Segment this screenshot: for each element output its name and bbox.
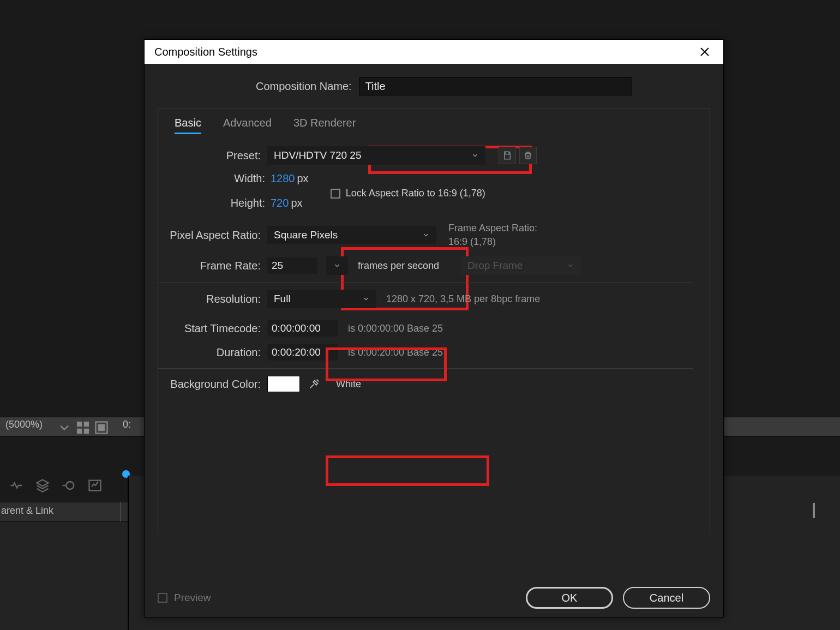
dialog-footer: Preview OK Cancel xyxy=(145,579,723,617)
start-timecode-label: Start Timecode: xyxy=(158,322,267,335)
close-icon xyxy=(700,47,710,57)
chevron-down-icon xyxy=(333,262,341,269)
duration-input[interactable] xyxy=(267,344,338,361)
background-color-label: Background Color: xyxy=(158,378,267,391)
pixel-aspect-label: Pixel Aspect Ratio: xyxy=(158,229,267,242)
preview-label: Preview xyxy=(174,592,211,604)
frame-aspect-label: Frame Aspect Ratio: xyxy=(448,221,537,235)
start-timecode-row: Start Timecode: is 0:00:00:00 Base 25 xyxy=(158,320,693,337)
width-unit: px xyxy=(297,172,309,185)
preview-toggle: Preview xyxy=(158,592,211,604)
drop-frame-label: Drop Frame xyxy=(467,260,523,272)
bg-column-label: arent & Link xyxy=(1,505,53,517)
lock-aspect-checkbox[interactable] xyxy=(331,189,340,199)
motion-blur-icon[interactable] xyxy=(61,478,76,493)
layers-icon[interactable] xyxy=(35,478,50,493)
drop-frame-select: Drop Frame xyxy=(461,256,581,275)
bg-time-tick xyxy=(813,503,815,518)
cancel-button[interactable]: Cancel xyxy=(623,587,710,609)
eyedropper-button[interactable] xyxy=(305,375,323,393)
resolution-value: Full xyxy=(274,293,291,305)
close-button[interactable] xyxy=(694,41,716,63)
composition-name-row: Composition Name: xyxy=(256,77,710,95)
dialog-tabs-panel: Basic Advanced 3D Renderer Preset: HDV/H… xyxy=(158,109,710,534)
chevron-down-icon xyxy=(471,152,479,159)
frame-rate-input[interactable] xyxy=(267,257,317,274)
resolution-hint: 1280 x 720, 3,5 MB per 8bpc frame xyxy=(386,293,540,305)
mask-icon[interactable] xyxy=(94,420,109,435)
dialog-tabs: Basic Advanced 3D Renderer xyxy=(158,109,710,134)
svg-rect-2 xyxy=(77,429,82,433)
frame-rate-label: Frame Rate: xyxy=(158,260,267,272)
width-label: Width: xyxy=(219,172,265,185)
ok-button[interactable]: OK xyxy=(526,587,613,609)
pixel-aspect-row: Pixel Aspect Ratio: Square Pixels Frame … xyxy=(158,221,693,249)
bg-timecode: 0: xyxy=(123,419,131,430)
composition-name-label: Composition Name: xyxy=(256,80,352,93)
preset-row: Preset: HDV/HDTV 720 25 xyxy=(158,146,693,165)
dimensions-row: Width: 1280 px Height: 720 px Lock Aspec… xyxy=(158,172,693,209)
bg-icon-band xyxy=(57,420,109,435)
tab-advanced[interactable]: Advanced xyxy=(223,117,272,134)
fps-unit-label: frames per second xyxy=(358,260,439,272)
dialog-titlebar: Composition Settings xyxy=(145,40,723,64)
chevron-down-icon xyxy=(567,262,574,269)
chevron-down-icon[interactable] xyxy=(57,420,72,435)
pixel-aspect-select[interactable]: Square Pixels xyxy=(267,226,436,244)
preset-value: HDV/HDTV 720 25 xyxy=(274,149,362,161)
duration-label: Duration: xyxy=(158,346,267,359)
frame-aspect-value: 16:9 (1,78) xyxy=(448,235,537,249)
lock-aspect-label: Lock Aspect Ratio to 16:9 (1,78) xyxy=(346,188,485,199)
section-divider-2 xyxy=(158,368,693,369)
eyedropper-icon xyxy=(308,378,320,390)
start-timecode-hint: is 0:00:00:00 Base 25 xyxy=(348,323,443,334)
save-icon xyxy=(502,151,512,160)
bg-zoom-text: (5000%) xyxy=(5,419,43,430)
pixel-aspect-value: Square Pixels xyxy=(274,229,338,241)
chevron-down-icon xyxy=(362,295,370,303)
frame-rate-row: Frame Rate: frames per second Drop Frame xyxy=(158,256,693,275)
tab-3d-renderer[interactable]: 3D Renderer xyxy=(293,117,356,134)
bg-col-divider xyxy=(120,502,121,521)
shy-icon[interactable] xyxy=(9,478,24,493)
delete-preset-button[interactable] xyxy=(519,147,537,164)
background-color-name: White xyxy=(336,379,361,390)
frame-aspect-info: Frame Aspect Ratio: 16:9 (1,78) xyxy=(448,221,537,249)
lock-aspect-area: Lock Aspect Ratio to 16:9 (1,78) xyxy=(331,188,485,199)
svg-rect-0 xyxy=(77,422,82,427)
height-label: Height: xyxy=(219,197,265,209)
resolution-label: Resolution: xyxy=(158,293,267,305)
basic-tab-content: Preset: HDV/HDTV 720 25 xyxy=(158,134,710,393)
grid-icon[interactable] xyxy=(75,420,91,435)
section-divider xyxy=(158,283,693,283)
dimensions-stack: Width: 1280 px Height: 720 px xyxy=(219,172,309,209)
duration-hint: is 0:00:20:00 Base 25 xyxy=(348,347,443,358)
width-value[interactable]: 1280 xyxy=(271,172,295,185)
save-preset-button[interactable] xyxy=(499,147,516,164)
tab-basic[interactable]: Basic xyxy=(175,117,201,134)
svg-point-6 xyxy=(66,482,74,489)
graph-icon[interactable] xyxy=(87,478,103,493)
background-color-row: Background Color: White xyxy=(158,375,693,393)
height-line: Height: 720 px xyxy=(219,197,309,209)
start-timecode-input[interactable] xyxy=(267,320,338,337)
trash-icon xyxy=(523,151,533,160)
background-color-swatch[interactable] xyxy=(267,376,300,392)
composition-name-input[interactable] xyxy=(359,77,632,95)
width-line: Width: 1280 px xyxy=(219,172,309,185)
composition-settings-dialog: Composition Settings Composition Name: B… xyxy=(144,39,724,617)
svg-rect-5 xyxy=(98,424,105,431)
preset-label: Preset: xyxy=(158,149,267,162)
resolution-select[interactable]: Full xyxy=(267,290,376,308)
chevron-down-icon xyxy=(422,231,430,239)
preset-select[interactable]: HDV/HDTV 720 25 xyxy=(267,146,485,165)
preview-checkbox xyxy=(158,593,167,603)
dialog-title: Composition Settings xyxy=(154,46,257,58)
height-value[interactable]: 720 xyxy=(271,197,289,209)
svg-rect-1 xyxy=(84,422,88,427)
resolution-row: Resolution: Full 1280 x 720, 3,5 MB per … xyxy=(158,290,693,308)
duration-row: Duration: is 0:00:20:00 Base 25 xyxy=(158,344,693,361)
frame-rate-dropdown[interactable] xyxy=(326,256,348,275)
svg-rect-3 xyxy=(84,429,88,433)
dialog-body: Composition Name: Basic Advanced 3D Rend… xyxy=(145,64,723,579)
